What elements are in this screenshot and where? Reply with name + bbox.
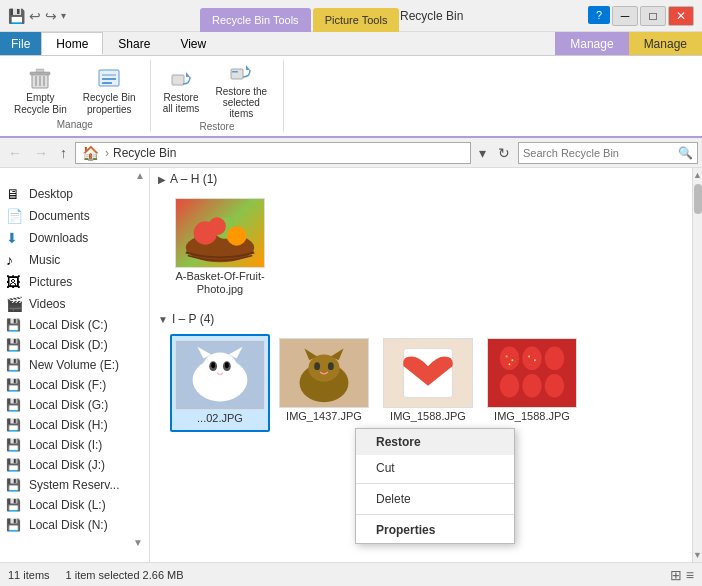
restore-all-icon — [169, 68, 193, 92]
sidebar-item-local-c[interactable]: 💾 Local Disk (C:) — [0, 315, 149, 335]
recycle-bin-tools-tab[interactable]: Recycle Bin Tools — [200, 8, 311, 32]
view-grid-btn[interactable]: ⊞ — [670, 567, 682, 583]
restore-selected-btn[interactable]: Restore the selected items — [207, 60, 275, 121]
recycle-properties-btn[interactable]: Recycle Bin properties — [77, 62, 142, 118]
refresh-btn[interactable]: ↻ — [494, 143, 514, 163]
sidebar: ▲ 🖥 Desktop 📄 Documents ⬇ Downloads ♪ Mu… — [0, 168, 150, 562]
file-thumb-cat-brown — [279, 338, 369, 408]
svg-point-40 — [545, 347, 565, 370]
sidebar-item-pictures[interactable]: 🖼 Pictures — [0, 271, 149, 293]
sidebar-item-local-g[interactable]: 💾 Local Disk (G:) — [0, 395, 149, 415]
file-item-strawberry[interactable]: IMG_1588.JPG — [482, 334, 582, 431]
address-path[interactable]: 🏠 › Recycle Bin — [75, 142, 471, 164]
section-header-qz[interactable]: ▼ Q – Z (3) — [150, 560, 692, 562]
sidebar-item-system-reserved[interactable]: 💾 System Reserv... — [0, 475, 149, 495]
sidebar-item-music[interactable]: ♪ Music — [0, 249, 149, 271]
sidebar-item-documents[interactable]: 📄 Documents — [0, 205, 149, 227]
tab-home[interactable]: Home — [41, 32, 103, 55]
sidebar-item-local-n[interactable]: 💾 Local Disk (N:) — [0, 515, 149, 535]
svg-point-38 — [500, 347, 520, 370]
main-area: ▲ 🖥 Desktop 📄 Documents ⬇ Downloads ♪ Mu… — [0, 168, 702, 562]
svg-rect-10 — [172, 75, 184, 85]
tab-share[interactable]: Share — [103, 32, 165, 55]
sidebar-item-desktop[interactable]: 🖥 Desktop — [0, 183, 149, 205]
scroll-down-arrow[interactable]: ▼ — [691, 548, 702, 562]
context-restore[interactable]: Restore — [356, 429, 514, 455]
help-btn[interactable]: ? — [588, 6, 610, 24]
svg-point-21 — [202, 353, 237, 384]
file-thumb-heart — [383, 338, 473, 408]
documents-icon: 📄 — [6, 208, 24, 224]
sidebar-item-local-j[interactable]: 💾 Local Disk (J:) — [0, 455, 149, 475]
manage-group-label: Manage — [57, 119, 93, 132]
path-icon: 🏠 — [82, 145, 99, 161]
redo-icon[interactable]: ↪ — [45, 8, 57, 24]
search-input[interactable] — [519, 147, 674, 159]
tab-manage-picture[interactable]: Manage — [629, 32, 702, 55]
local-h-icon: 💾 — [6, 418, 24, 432]
tab-manage-recycle[interactable]: Manage — [555, 32, 628, 55]
dropdown-arrow[interactable]: ▾ — [475, 143, 490, 163]
svg-point-43 — [545, 374, 565, 397]
file-name-heart: IMG_1588.JPG — [390, 410, 466, 423]
restore-all-btn[interactable]: Restore all items — [159, 66, 204, 116]
save-icon[interactable]: 💾 — [8, 8, 25, 24]
scroll-up-arrow[interactable]: ▲ — [691, 168, 702, 182]
picture-tools-tab[interactable]: Picture Tools — [313, 8, 400, 32]
empty-recycle-label: Empty Recycle Bin — [14, 92, 67, 116]
file-item-basket[interactable]: A-Basket-Of-Fruit-Photo.jpg — [170, 194, 270, 300]
minimize-btn[interactable]: ─ — [612, 6, 638, 26]
restore-selected-label: Restore the selected items — [211, 86, 271, 119]
dropdown-icon[interactable]: ▾ — [61, 10, 66, 21]
empty-recycle-btn[interactable]: Empty Recycle Bin — [8, 62, 73, 118]
maximize-btn[interactable]: □ — [640, 6, 666, 26]
file-name-basket: A-Basket-Of-Fruit-Photo.jpg — [174, 270, 266, 296]
selected-info: 1 item selected 2.66 MB — [66, 569, 184, 581]
sidebar-item-local-l[interactable]: 💾 Local Disk (L:) — [0, 495, 149, 515]
section-header-ah[interactable]: ▶ A – H (1) — [150, 168, 692, 190]
sidebar-item-local-d[interactable]: 💾 Local Disk (D:) — [0, 335, 149, 355]
file-item-heart[interactable]: IMG_1588.JPG — [378, 334, 478, 431]
local-i-icon: 💾 — [6, 438, 24, 452]
context-cut[interactable]: Cut — [356, 455, 514, 481]
sidebar-scroll-down[interactable]: ▼ — [0, 535, 149, 550]
sidebar-item-videos[interactable]: 🎬 Videos — [0, 293, 149, 315]
view-list-btn[interactable]: ≡ — [686, 567, 694, 583]
local-f-icon: 💾 — [6, 378, 24, 392]
forward-btn[interactable]: → — [30, 143, 52, 163]
sidebar-scroll-up[interactable]: ▲ — [0, 168, 149, 183]
file-item-cat-white[interactable]: ...02.JPG — [170, 334, 270, 431]
svg-point-30 — [308, 355, 339, 382]
collapse-ip-icon: ▼ — [158, 314, 168, 325]
section-header-ip[interactable]: ▼ I – P (4) — [150, 308, 692, 330]
sidebar-item-local-f[interactable]: 💾 Local Disk (F:) — [0, 375, 149, 395]
search-icon[interactable]: 🔍 — [674, 146, 697, 160]
svg-point-42 — [522, 374, 542, 397]
svg-point-41 — [500, 374, 520, 397]
up-btn[interactable]: ↑ — [56, 143, 71, 163]
local-l-icon: 💾 — [6, 498, 24, 512]
sidebar-item-new-volume-e[interactable]: 💾 New Volume (E:) — [0, 355, 149, 375]
local-n-icon: 💾 — [6, 518, 24, 532]
right-scrollbar[interactable]: ▲ ▼ — [692, 168, 702, 562]
undo-icon[interactable]: ↩ — [29, 8, 41, 24]
file-grid-ip: ...02.JPG IMG_1437.JPG — [150, 330, 692, 439]
context-menu: Restore Cut Delete Properties — [355, 428, 515, 544]
context-properties[interactable]: Properties — [356, 517, 514, 543]
context-delete[interactable]: Delete — [356, 486, 514, 512]
back-btn[interactable]: ← — [4, 143, 26, 163]
sidebar-item-local-h[interactable]: 💾 Local Disk (H:) — [0, 415, 149, 435]
restore-group-label: Restore — [199, 121, 234, 134]
scroll-thumb[interactable] — [694, 184, 702, 214]
local-j-icon: 💾 — [6, 458, 24, 472]
tab-view[interactable]: View — [165, 32, 221, 55]
svg-point-39 — [522, 347, 542, 370]
file-thumb-cat-white — [175, 340, 265, 410]
sidebar-item-local-i[interactable]: 💾 Local Disk (I:) — [0, 435, 149, 455]
svg-point-18 — [208, 217, 226, 235]
sidebar-item-downloads[interactable]: ⬇ Downloads — [0, 227, 149, 249]
restore-all-label: Restore all items — [163, 92, 200, 114]
tab-file[interactable]: File — [0, 32, 41, 55]
file-item-cat-brown[interactable]: IMG_1437.JPG — [274, 334, 374, 431]
close-btn[interactable]: ✕ — [668, 6, 694, 26]
